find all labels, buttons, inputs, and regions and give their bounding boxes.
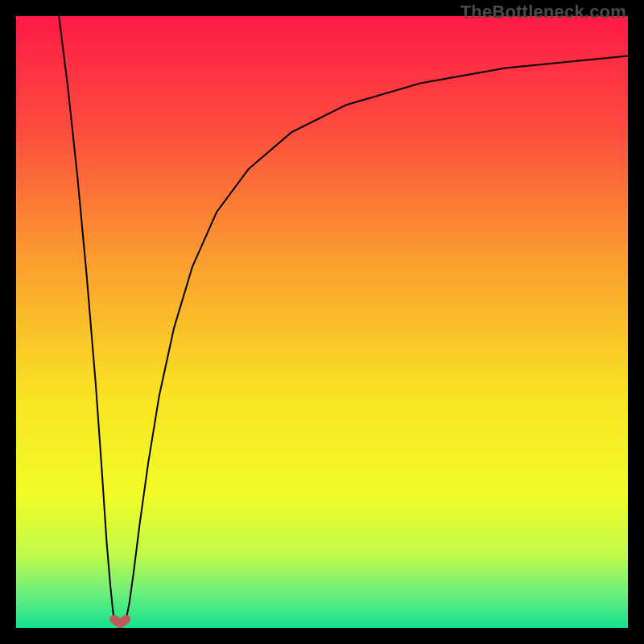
bottleneck-chart: [16, 16, 628, 628]
chart-frame: [16, 16, 628, 628]
marker-layer: [114, 619, 126, 623]
watermark-text: TheBottleneck.com: [460, 2, 626, 23]
gradient-background: [16, 16, 628, 628]
series-dip-marker: [114, 619, 126, 623]
